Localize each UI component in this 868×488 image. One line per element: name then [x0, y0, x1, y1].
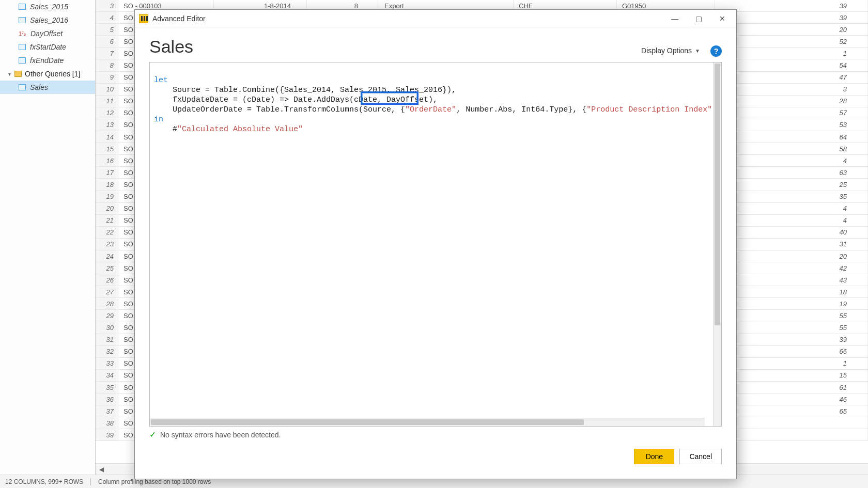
- query-name-heading: Sales: [149, 37, 638, 57]
- folder-icon: [14, 71, 22, 77]
- cell-num: 46: [715, 393, 868, 405]
- code-editor[interactable]: let Source = Table.Combine({Sales_2014, …: [149, 62, 722, 427]
- cell-num: [715, 417, 868, 429]
- cell-num: 52: [715, 36, 868, 47]
- row-number: 24: [96, 250, 118, 262]
- code-string: "Product Description Index": [586, 105, 712, 114]
- cell-num: 1: [715, 358, 868, 369]
- minimize-button[interactable]: —: [663, 10, 687, 27]
- cell-num: 35: [715, 191, 868, 202]
- cell-num: 1: [715, 48, 868, 59]
- help-icon[interactable]: ?: [710, 45, 722, 57]
- cell-num: 19: [715, 298, 868, 309]
- code-string: "OrderDate": [405, 105, 456, 114]
- query-label: Sales_2016: [30, 16, 68, 24]
- cell-num: 61: [715, 382, 868, 393]
- row-number: 27: [96, 286, 118, 297]
- row-number: 30: [96, 322, 118, 334]
- scroll-left-icon[interactable]: ◀: [96, 466, 107, 473]
- dialog-titlebar[interactable]: Advanced Editor — ▢ ✕: [135, 10, 736, 27]
- row-number: 10: [96, 84, 118, 95]
- query-label: Sales: [30, 83, 48, 91]
- query-item[interactable]: Sales_2015: [0, 0, 95, 13]
- code-vertical-scrollbar[interactable]: [713, 62, 721, 426]
- cell-num: [715, 429, 868, 440]
- row-number: 36: [96, 393, 118, 405]
- display-options-label: Display Options: [641, 46, 692, 55]
- table-icon: [19, 84, 26, 90]
- cell-num: 55: [715, 310, 868, 321]
- row-number: 39: [96, 429, 118, 440]
- row-number: 19: [96, 191, 118, 202]
- cell-num: 28: [715, 96, 868, 107]
- query-item-selected[interactable]: Sales: [0, 81, 95, 94]
- row-number: 8: [96, 59, 118, 71]
- cell-num: 15: [715, 370, 868, 381]
- query-label: fxStartDate: [30, 43, 66, 51]
- cell-num: 40: [715, 227, 868, 238]
- code-text: #: [154, 125, 177, 134]
- cell-num: 65: [715, 405, 868, 417]
- query-label: fxEndDate: [30, 56, 64, 65]
- number-icon: 1²₃: [19, 30, 26, 37]
- table-icon: [19, 44, 26, 50]
- dialog-title: Advanced Editor: [152, 14, 206, 23]
- syntax-status: ✓ No syntax errors have been detected.: [149, 427, 722, 442]
- row-number: 32: [96, 346, 118, 357]
- cell-num: 66: [715, 346, 868, 357]
- query-item[interactable]: Sales_2016: [0, 13, 95, 27]
- table-icon: [19, 4, 26, 10]
- cell-num: 64: [715, 131, 868, 143]
- cancel-button[interactable]: Cancel: [679, 449, 722, 464]
- row-number: 26: [96, 274, 118, 286]
- row-number: 34: [96, 370, 118, 381]
- cell-num: 57: [715, 107, 868, 119]
- cell-num: 54: [715, 59, 868, 71]
- cell-num: 47: [715, 72, 868, 83]
- chevron-down-icon: ▼: [695, 48, 700, 54]
- maximize-button[interactable]: ▢: [687, 10, 710, 27]
- row-number: 6: [96, 36, 118, 47]
- query-group-label: Other Queries [1]: [25, 70, 80, 78]
- row-number: 37: [96, 405, 118, 417]
- code-keyword: in: [154, 115, 163, 124]
- check-icon: ✓: [149, 430, 156, 439]
- row-number: 20: [96, 203, 118, 214]
- row-number: 15: [96, 143, 118, 154]
- cell-num: 39: [715, 0, 868, 11]
- row-number: 25: [96, 262, 118, 274]
- code-text: , Number.Abs, Int64.Type}, {: [456, 105, 586, 114]
- code-text: Source = Table.Combine({Sales_2014, Sale…: [154, 86, 456, 95]
- table-icon: [19, 17, 26, 23]
- cell-num: 31: [715, 239, 868, 250]
- status-columns: 12 COLUMNS, 999+ ROWS: [5, 478, 83, 485]
- cell-num: 20: [715, 24, 868, 35]
- row-number: 33: [96, 358, 118, 369]
- query-label: Sales_2015: [30, 3, 68, 11]
- code-horizontal-scrollbar[interactable]: [150, 418, 705, 426]
- code-text: fxUpdateDate = (cDate) => Date.AddDays(c…: [154, 96, 438, 104]
- cell-num: 58: [715, 143, 868, 154]
- cell-num: 43: [715, 274, 868, 286]
- close-button[interactable]: ✕: [710, 10, 734, 27]
- row-number: 22: [96, 227, 118, 238]
- done-button[interactable]: Done: [634, 449, 674, 464]
- query-item[interactable]: 1²₃ DayOffset: [0, 27, 95, 40]
- row-number: 17: [96, 167, 118, 178]
- display-options-dropdown[interactable]: Display Options ▼: [638, 44, 703, 57]
- row-number: 12: [96, 107, 118, 119]
- row-number: 18: [96, 179, 118, 190]
- code-keyword: let: [154, 76, 168, 85]
- query-item[interactable]: fxEndDate: [0, 54, 95, 67]
- query-group[interactable]: ▾ Other Queries [1]: [0, 67, 95, 81]
- query-item[interactable]: fxStartDate: [0, 40, 95, 54]
- row-number: 31: [96, 334, 118, 345]
- cell-num: 20: [715, 250, 868, 262]
- row-number: 29: [96, 310, 118, 321]
- cell-num: 18: [715, 286, 868, 297]
- table-icon: [19, 57, 26, 64]
- cell-num: 39: [715, 334, 868, 345]
- cell-num: 63: [715, 167, 868, 178]
- cell-num: 4: [715, 155, 868, 166]
- cell-num: 55: [715, 322, 868, 334]
